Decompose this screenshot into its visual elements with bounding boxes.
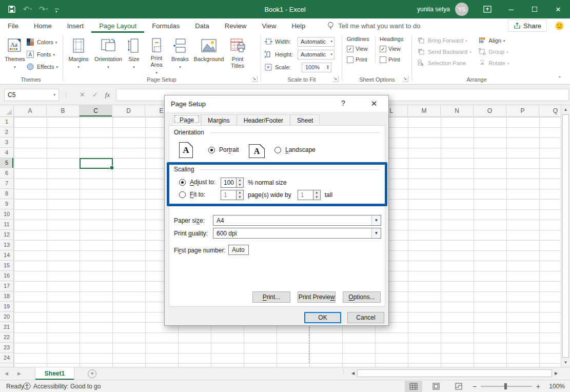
themes-button[interactable]: Aa Themes ▾ bbox=[3, 35, 27, 76]
column-header-b[interactable]: B bbox=[47, 105, 80, 116]
horizontal-scroll-thumb[interactable] bbox=[357, 369, 552, 377]
ribbon-tab-insert[interactable]: Insert bbox=[60, 18, 92, 33]
sheet-nav-left-icon[interactable]: ◀ bbox=[0, 367, 13, 380]
ribbon-tab-formulas[interactable]: Formulas bbox=[144, 18, 187, 33]
portrait-radio[interactable]: Portrait bbox=[208, 146, 239, 153]
print-quality-dropdown-icon[interactable]: ▼ bbox=[371, 228, 381, 238]
maximize-button[interactable] bbox=[523, 0, 546, 18]
rotate-button[interactable]: Rotate▾ bbox=[479, 59, 509, 67]
scale-to-fit-dialog-launcher[interactable]: ↘ bbox=[332, 76, 339, 82]
fit-wide-spinner-arrows[interactable]: ▲▼ bbox=[236, 190, 244, 200]
tab-scroll-splitter[interactable]: ⋮ bbox=[341, 368, 346, 375]
share-button[interactable]: Share bbox=[508, 19, 547, 32]
adjust-to-radio[interactable]: Adjust to: bbox=[179, 179, 215, 186]
ribbon-tab-view[interactable]: View bbox=[254, 18, 284, 33]
row-header-16[interactable]: 16 bbox=[0, 271, 13, 281]
print-preview-button[interactable]: Print Preview bbox=[298, 291, 336, 303]
row-header-11[interactable]: 11 bbox=[0, 220, 13, 230]
save-icon[interactable] bbox=[5, 4, 18, 14]
zoom-out-icon[interactable]: − bbox=[473, 382, 477, 390]
scale-spinner[interactable]: 100%▲▼ bbox=[302, 63, 331, 72]
zoom-in-icon[interactable]: + bbox=[536, 382, 540, 390]
formula-bar-handle[interactable]: ⋮ bbox=[59, 91, 73, 98]
name-box[interactable]: C5▾ bbox=[4, 89, 59, 101]
cancel-button[interactable]: Cancel bbox=[347, 312, 384, 323]
row-header-4[interactable]: 4 bbox=[0, 148, 13, 158]
feedback-smiley-icon[interactable] bbox=[555, 22, 564, 30]
column-header-a[interactable]: A bbox=[14, 105, 47, 116]
row-header-20[interactable]: 20 bbox=[0, 312, 13, 322]
print-area-button[interactable]: Print Area▾ bbox=[145, 35, 168, 76]
width-combobox[interactable]: Automatic▾ bbox=[298, 37, 335, 47]
selected-cell[interactable] bbox=[80, 158, 113, 169]
row-header-2[interactable]: 2 bbox=[0, 127, 13, 138]
adjust-to-spinner[interactable]: 100 ▲▼ bbox=[221, 178, 244, 188]
bring-forward-button[interactable]: Bring Forward▾ bbox=[418, 36, 471, 44]
headings-print-checkbox[interactable]: Print bbox=[380, 55, 403, 64]
row-header-17[interactable]: 17 bbox=[0, 281, 13, 291]
vertical-scrollbar[interactable]: ▲ ▼ bbox=[561, 105, 570, 367]
sheet-tab-sheet1[interactable]: Sheet1 bbox=[35, 367, 74, 380]
fit-tall-spinner[interactable]: 1 ▲▼ bbox=[298, 190, 321, 200]
row-header-1[interactable]: 1 bbox=[0, 117, 13, 127]
ribbon-tab-review[interactable]: Review bbox=[217, 18, 254, 33]
orientation-button[interactable]: Orientation▾ bbox=[93, 35, 123, 76]
align-button[interactable]: Align▾ bbox=[479, 36, 509, 44]
size-button[interactable]: Size▾ bbox=[123, 35, 145, 76]
column-header-m[interactable]: M bbox=[408, 105, 441, 116]
dialog-tab-margins[interactable]: Margins bbox=[201, 114, 237, 126]
column-header-q[interactable]: Q bbox=[539, 105, 561, 116]
horizontal-scrollbar[interactable]: ◀ ▶ bbox=[349, 368, 560, 378]
print-button[interactable]: Print... bbox=[252, 291, 290, 303]
zoom-level[interactable]: 100% bbox=[545, 383, 565, 390]
group-button[interactable]: Group▾ bbox=[479, 48, 509, 55]
ribbon-tab-home[interactable]: Home bbox=[26, 18, 60, 33]
zoom-slider[interactable] bbox=[481, 386, 532, 387]
row-header-14[interactable]: 14 bbox=[0, 250, 13, 261]
row-header-21[interactable]: 21 bbox=[0, 322, 13, 332]
ok-button[interactable]: OK bbox=[304, 312, 341, 323]
customize-qat-icon[interactable]: ▾ bbox=[52, 6, 64, 12]
column-header-c[interactable]: C bbox=[80, 105, 112, 116]
paper-size-combobox[interactable]: A4▼ bbox=[213, 215, 381, 226]
redo-icon[interactable]: ↷▾ bbox=[36, 4, 50, 15]
column-header-n[interactable]: N bbox=[441, 105, 474, 116]
dialog-tab-header-footer[interactable]: Header/Footer bbox=[237, 114, 290, 126]
undo-icon[interactable]: ↶▾ bbox=[21, 4, 34, 15]
avatar[interactable]: YS bbox=[455, 3, 468, 16]
fit-to-radio[interactable]: Fit to: bbox=[179, 191, 205, 198]
accessibility-status[interactable]: Accessibility: Good to go bbox=[23, 382, 101, 390]
dialog-close-button[interactable]: ✕ bbox=[364, 95, 384, 111]
sheet-nav-right-icon[interactable]: ▶ bbox=[13, 367, 26, 380]
scroll-up-icon[interactable]: ▲ bbox=[561, 105, 570, 114]
row-header-12[interactable]: 12 bbox=[0, 230, 13, 240]
fit-wide-spinner[interactable]: 1 ▲▼ bbox=[221, 190, 244, 200]
confirm-entry-icon[interactable]: ✓ bbox=[92, 91, 98, 99]
row-header-9[interactable]: 9 bbox=[0, 199, 13, 209]
tell-me-box[interactable]: Tell me what you want to do bbox=[327, 18, 420, 33]
row-header-3[interactable]: 3 bbox=[0, 138, 13, 148]
cancel-entry-icon[interactable]: ✕ bbox=[80, 91, 85, 99]
margins-button[interactable]: Margins▾ bbox=[64, 35, 93, 76]
gridlines-view-checkbox[interactable]: ✓View bbox=[347, 45, 375, 53]
column-header-p[interactable]: P bbox=[506, 105, 539, 116]
row-header-5[interactable]: 5 bbox=[0, 158, 13, 168]
new-sheet-button[interactable]: + bbox=[88, 369, 96, 378]
row-header-15[interactable]: 15 bbox=[0, 261, 13, 271]
vertical-scroll-thumb[interactable] bbox=[562, 114, 569, 358]
print-quality-combobox[interactable]: 600 dpi▼ bbox=[213, 228, 381, 239]
selection-pane-button[interactable]: Selection Pane bbox=[418, 59, 471, 67]
scroll-down-icon[interactable]: ▼ bbox=[561, 358, 570, 367]
ribbon-tab-file[interactable]: File bbox=[0, 18, 26, 33]
options-button[interactable]: Options... bbox=[343, 291, 381, 303]
column-header-o[interactable]: O bbox=[474, 105, 506, 116]
adjust-spinner-arrows[interactable]: ▲▼ bbox=[236, 178, 244, 188]
row-header-7[interactable]: 7 bbox=[0, 179, 13, 189]
row-header-13[interactable]: 13 bbox=[0, 240, 13, 250]
row-header-23[interactable]: 23 bbox=[0, 343, 13, 353]
select-all-corner[interactable] bbox=[0, 105, 14, 117]
ribbon-display-options-icon[interactable] bbox=[476, 0, 499, 18]
page-setup-dialog-launcher[interactable]: ↘ bbox=[251, 76, 258, 82]
row-header-22[interactable]: 22 bbox=[0, 332, 13, 343]
breaks-button[interactable]: Breaks▾ bbox=[168, 35, 192, 76]
